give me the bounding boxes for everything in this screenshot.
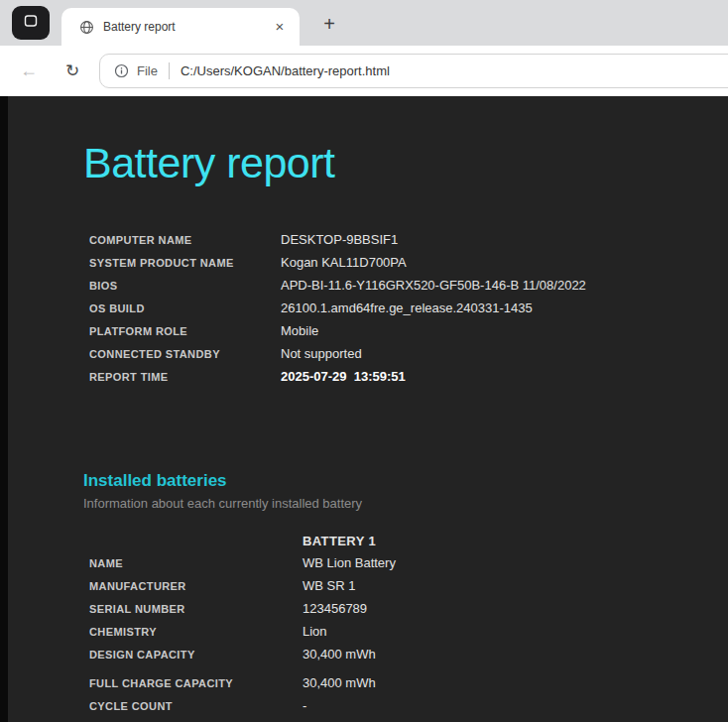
navigation-bar: ← ↻ File C:/Users/KOGAN/battery-report.h… [0, 46, 728, 96]
row-label: SERIAL NUMBER [89, 603, 303, 615]
row-value: 26100.1.amd64fre.ge_release.240331-1435 [281, 301, 533, 315]
row-value: WB Lion Battery [303, 555, 396, 570]
row-label: CONNECTED STANDBY [89, 348, 281, 360]
row-value: 123456789 [303, 601, 367, 616]
new-tab-button[interactable]: + [315, 10, 343, 38]
row-label: REPORT TIME [89, 371, 281, 383]
tab-title: Battery report [103, 20, 270, 34]
page-background: Battery report COMPUTER NAME DESKTOP-9BB… [0, 96, 728, 722]
installed-batteries-subtitle: Information about each currently install… [83, 496, 728, 511]
tab-actions-button[interactable] [12, 6, 50, 40]
table-row: COMPUTER NAME DESKTOP-9BBSIF1 [89, 228, 728, 251]
table-row: CHEMISTRY Lion [89, 620, 728, 643]
url-divider [169, 62, 170, 79]
table-row: SERIAL NUMBER 123456789 [89, 597, 728, 620]
table-row: FULL CHARGE CAPACITY 30,400 mWh [89, 671, 728, 694]
row-value: Not supported [281, 346, 362, 361]
refresh-button[interactable]: ↻ [58, 56, 87, 85]
table-row: REPORT TIME 2025-07-29 13:59:51 [89, 365, 728, 388]
file-scheme-label: File [137, 63, 158, 78]
table-row: SYSTEM PRODUCT NAME Kogan KAL11D700PA [89, 251, 728, 274]
back-button[interactable]: ← [14, 56, 44, 85]
row-label: NAME [89, 557, 303, 569]
row-value: 2025-07-29 13:59:51 [281, 369, 406, 384]
row-label: CHEMISTRY [89, 626, 303, 638]
row-value: 30,400 mWh [303, 647, 376, 662]
system-info-table: COMPUTER NAME DESKTOP-9BBSIF1 SYSTEM PRO… [89, 228, 728, 388]
row-label: FULL CHARGE CAPACITY [89, 677, 303, 689]
row-label: COMPUTER NAME [89, 234, 281, 246]
table-row: OS BUILD 26100.1.amd64fre.ge_release.240… [89, 297, 728, 319]
table-row: BIOS APD-BI-11.6-Y116GRX520-GF50B-146-B … [89, 274, 728, 297]
battery-table: BATTERY 1 NAME WB Lion Battery MANUFACTU… [89, 531, 728, 717]
row-label: DESIGN CAPACITY [89, 649, 303, 661]
tab-strip: Battery report × + [0, 0, 728, 46]
url-text: C:/Users/KOGAN/battery-report.html [181, 63, 390, 78]
table-row: NAME WB Lion Battery [89, 551, 728, 574]
row-label: OS BUILD [89, 302, 281, 314]
row-value: WB SR 1 [303, 578, 355, 593]
row-value: - [303, 698, 306, 713]
table-row: CYCLE COUNT - [89, 694, 728, 717]
page-title: Battery report [83, 140, 728, 186]
row-label: SYSTEM PRODUCT NAME [89, 257, 281, 269]
row-value: Lion [303, 624, 327, 639]
browser-tab-battery-report[interactable]: Battery report × [61, 8, 300, 46]
battery-report-page[interactable]: Battery report COMPUTER NAME DESKTOP-9BB… [8, 96, 728, 722]
row-value: APD-BI-11.6-Y116GRX520-GF50B-146-B 11/08… [281, 278, 586, 293]
battery-table-rows: NAME WB Lion Battery MANUFACTURER WB SR … [89, 551, 728, 717]
address-bar[interactable]: File C:/Users/KOGAN/battery-report.html [99, 54, 728, 88]
globe-icon [79, 20, 94, 35]
row-value: 30,400 mWh [303, 675, 376, 690]
row-label: BIOS [89, 280, 281, 292]
row-label: MANUFACTURER [89, 580, 303, 592]
workspace-icon [23, 13, 39, 33]
row-label: CYCLE COUNT [89, 700, 303, 712]
table-row: PLATFORM ROLE Mobile [89, 319, 728, 342]
installed-batteries-heading: Installed batteries [83, 471, 728, 491]
battery-table-header-row: BATTERY 1 [89, 531, 728, 551]
row-value: DESKTOP-9BBSIF1 [281, 232, 398, 247]
tab-close-icon[interactable]: × [270, 17, 290, 37]
battery-column-header: BATTERY 1 [303, 534, 376, 548]
table-row: MANUFACTURER WB SR 1 [89, 574, 728, 597]
table-row: DESIGN CAPACITY 30,400 mWh [89, 643, 728, 665]
table-row: CONNECTED STANDBY Not supported [89, 342, 728, 365]
info-icon [114, 63, 129, 78]
row-label: PLATFORM ROLE [89, 325, 281, 337]
browser-window: Battery report × + ← ↻ File C:/Users/KOG… [0, 0, 728, 722]
row-value: Kogan KAL11D700PA [281, 255, 407, 270]
row-value: Mobile [281, 323, 318, 338]
